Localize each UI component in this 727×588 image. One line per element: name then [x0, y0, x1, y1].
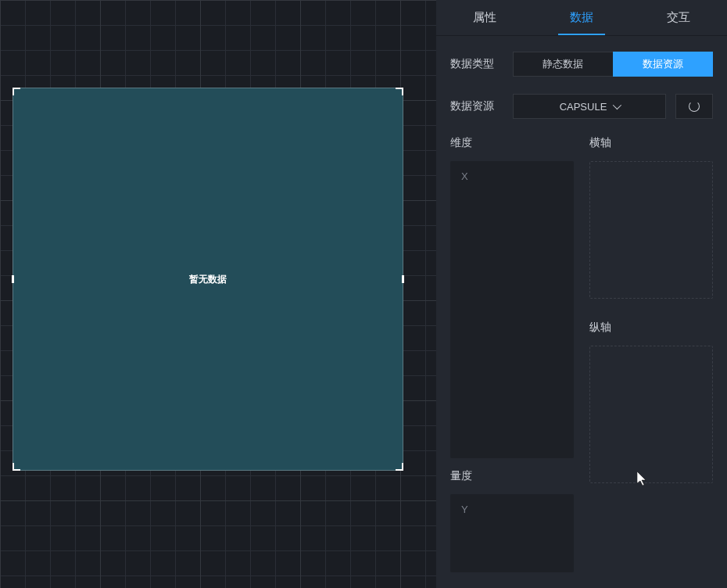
canvas-placeholder-text: 暂无数据	[189, 273, 227, 286]
resize-handle-bottom-right[interactable]	[396, 463, 403, 471]
dimension-title: 维度	[450, 136, 574, 150]
refresh-icon	[689, 101, 700, 112]
data-source-row: 数据资源 CAPSULE	[450, 94, 713, 119]
measure-field-y: Y	[461, 504, 468, 515]
vaxis-title: 纵轴	[589, 321, 713, 335]
data-source-selected: CAPSULE	[560, 101, 607, 113]
dimension-field-x: X	[461, 170, 468, 182]
static-data-button[interactable]: 静态数据	[513, 52, 613, 77]
measure-title: 量度	[450, 469, 574, 483]
dimension-box[interactable]: X	[450, 161, 574, 458]
chevron-down-icon	[613, 101, 621, 109]
col-right: 横轴 纵轴	[589, 136, 713, 572]
resize-handle-mid-right[interactable]	[402, 275, 404, 283]
data-type-label: 数据类型	[450, 57, 513, 71]
vaxis-dropzone[interactable]	[589, 346, 713, 483]
tab-interaction[interactable]: 交互	[630, 0, 727, 35]
data-source-button[interactable]: 数据资源	[613, 52, 714, 77]
resize-handle-top-left[interactable]	[13, 88, 20, 95]
measure-box[interactable]: Y	[450, 494, 574, 572]
data-source-select[interactable]: CAPSULE	[513, 94, 666, 119]
refresh-button[interactable]	[675, 94, 713, 119]
haxis-title: 横轴	[589, 136, 713, 150]
haxis-dropzone[interactable]	[589, 161, 713, 299]
tab-attributes[interactable]: 属性	[436, 0, 533, 35]
canvas-area[interactable]: 暂无数据	[0, 0, 436, 588]
data-type-toggle: 静态数据 数据资源	[513, 52, 713, 77]
resize-handle-mid-left[interactable]	[12, 275, 14, 283]
panel-tabs: 属性 数据 交互	[436, 0, 727, 36]
data-type-row: 数据类型 静态数据 数据资源	[450, 52, 713, 77]
resize-handle-top-right[interactable]	[396, 88, 403, 95]
properties-panel: 属性 数据 交互 数据类型 静态数据 数据资源 数据资源 CAPSULE 维度	[436, 0, 727, 588]
col-left: 维度 X 量度 Y	[450, 136, 574, 572]
canvas-selected-element[interactable]: 暂无数据	[13, 88, 403, 471]
panel-body: 数据类型 静态数据 数据资源 数据资源 CAPSULE 维度 X	[436, 36, 727, 588]
tab-data[interactable]: 数据	[533, 0, 630, 35]
resize-handle-bottom-left[interactable]	[13, 463, 20, 471]
data-source-label: 数据资源	[450, 99, 513, 113]
mapping-columns: 维度 X 量度 Y 横轴 纵轴	[450, 136, 713, 572]
